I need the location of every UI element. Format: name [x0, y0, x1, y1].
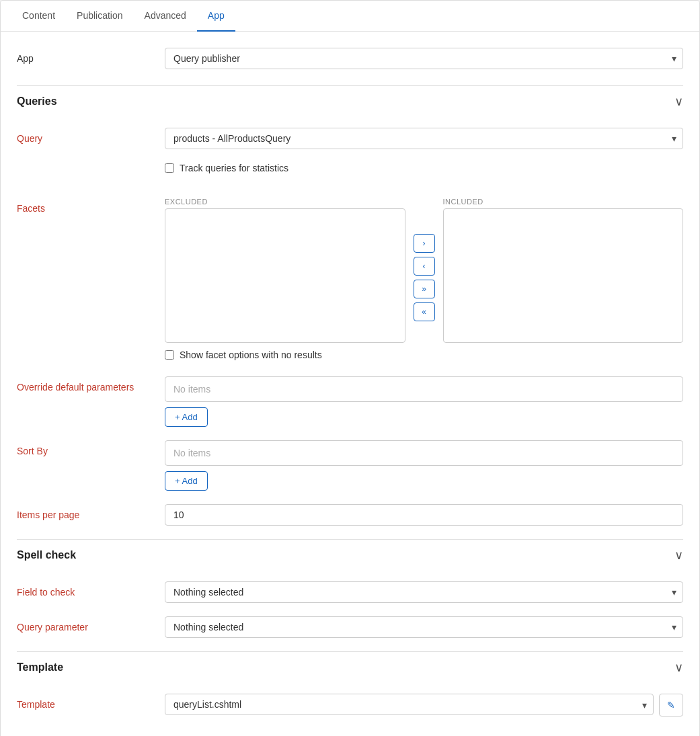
- query-param-select-wrapper: Nothing selected ▾: [165, 616, 683, 638]
- spell-check-section-header: Spell check ∨: [17, 539, 683, 571]
- facets-included-box: INCLUDED: [443, 198, 684, 343]
- template-control: queryList.cshtml ▾ ✎: [165, 694, 683, 717]
- app-row: App Query publisher ▾: [17, 48, 683, 69]
- override-row: Override default parameters No items + A…: [17, 376, 683, 427]
- template-label: Template: [17, 694, 165, 710]
- facet-move-right-btn[interactable]: ›: [414, 234, 435, 253]
- track-queries-row: Track queries for statistics: [17, 163, 683, 184]
- template-select-wrapper: queryList.cshtml ▾: [165, 694, 654, 717]
- facet-move-all-left-btn[interactable]: «: [414, 302, 435, 321]
- app-select[interactable]: Query publisher: [165, 48, 683, 69]
- sort-by-no-items: No items: [165, 440, 683, 466]
- field-to-check-select-wrapper: Nothing selected ▾: [165, 581, 683, 603]
- field-to-check-control: Nothing selected ▾: [165, 581, 683, 603]
- template-select[interactable]: queryList.cshtml: [165, 694, 654, 715]
- app-select-wrapper: Query publisher ▾: [165, 48, 683, 69]
- show-facet-checkbox[interactable]: [165, 350, 174, 360]
- app-field-label: App: [17, 53, 165, 64]
- facets-excluded-box: EXCLUDED: [165, 198, 405, 343]
- template-section-header: Template ∨: [17, 651, 683, 683]
- sort-by-add-button[interactable]: + Add: [165, 471, 208, 491]
- facets-included-list[interactable]: [443, 208, 684, 343]
- facet-move-left-btn[interactable]: ‹: [414, 257, 435, 276]
- field-to-check-select[interactable]: Nothing selected: [165, 581, 683, 603]
- template-collapse-icon[interactable]: ∨: [674, 660, 683, 675]
- sort-by-control: No items + Add: [165, 440, 683, 491]
- items-per-page-label: Items per page: [17, 504, 165, 520]
- queries-section-title: Queries: [17, 95, 57, 108]
- items-per-page-input[interactable]: [165, 504, 683, 526]
- query-param-label: Query parameter: [17, 616, 165, 632]
- track-queries-label: Track queries for statistics: [180, 163, 288, 173]
- show-facet-label: Show facet options with no results: [180, 350, 322, 360]
- query-param-select[interactable]: Nothing selected: [165, 616, 683, 638]
- override-label: Override default parameters: [17, 376, 165, 393]
- queries-section-header: Queries ∨: [17, 85, 683, 117]
- facets-label: Facets: [17, 198, 165, 214]
- facets-transfer: EXCLUDED › ‹ » « INCLUDED: [165, 198, 683, 343]
- items-per-page-row: Items per page: [17, 504, 683, 526]
- query-select-wrapper: products - AllProductsQuery ▾: [165, 128, 683, 149]
- template-edit-icon: ✎: [667, 700, 675, 710]
- facets-excluded-list[interactable]: [165, 208, 405, 343]
- tab-advanced[interactable]: Advanced: [134, 1, 197, 32]
- show-facet-row: Show facet options with no results: [165, 350, 683, 360]
- query-select[interactable]: products - AllProductsQuery: [165, 128, 683, 149]
- tab-publication[interactable]: Publication: [66, 1, 134, 32]
- field-to-check-row: Field to check Nothing selected ▾: [17, 581, 683, 603]
- facets-row: Facets EXCLUDED › ‹ » «: [17, 198, 683, 371]
- sort-by-label: Sort By: [17, 440, 165, 456]
- template-edit-button[interactable]: ✎: [659, 694, 683, 717]
- sort-by-row: Sort By No items + Add: [17, 440, 683, 491]
- facets-controls: › ‹ » «: [405, 198, 443, 343]
- tabs-bar: Content Publication Advanced App: [1, 1, 699, 32]
- content-area: App Query publisher ▾ Queries ∨ Query pr…: [1, 32, 699, 736]
- override-control: No items + Add: [165, 376, 683, 427]
- field-to-check-label: Field to check: [17, 581, 165, 598]
- facet-move-all-right-btn[interactable]: »: [414, 280, 435, 298]
- query-label: Query: [17, 128, 165, 144]
- main-container: Content Publication Advanced App App Que…: [0, 0, 700, 736]
- tab-content[interactable]: Content: [11, 1, 66, 32]
- facets-included-label: INCLUDED: [443, 198, 684, 206]
- facets-control: EXCLUDED › ‹ » « INCLUDED: [165, 198, 683, 371]
- facets-excluded-label: EXCLUDED: [165, 198, 405, 206]
- override-add-button[interactable]: + Add: [165, 407, 208, 427]
- spell-check-collapse-icon[interactable]: ∨: [674, 548, 683, 563]
- template-control-wrap: queryList.cshtml ▾ ✎: [165, 694, 683, 717]
- query-row: Query products - AllProductsQuery ▾: [17, 128, 683, 149]
- query-control: products - AllProductsQuery ▾: [165, 128, 683, 149]
- items-per-page-control: [165, 504, 683, 526]
- queries-collapse-icon[interactable]: ∨: [674, 94, 683, 109]
- query-param-control: Nothing selected ▾: [165, 616, 683, 638]
- track-queries-checkbox[interactable]: [165, 163, 174, 173]
- template-row: Template queryList.cshtml ▾ ✎: [17, 694, 683, 717]
- track-queries-checkbox-row: Track queries for statistics: [165, 163, 288, 173]
- query-param-row: Query parameter Nothing selected ▾: [17, 616, 683, 638]
- template-section-title: Template: [17, 661, 63, 673]
- spell-check-section-title: Spell check: [17, 549, 76, 561]
- track-queries-spacer: [17, 163, 165, 168]
- override-no-items: No items: [165, 376, 683, 402]
- tab-app[interactable]: App: [197, 1, 235, 32]
